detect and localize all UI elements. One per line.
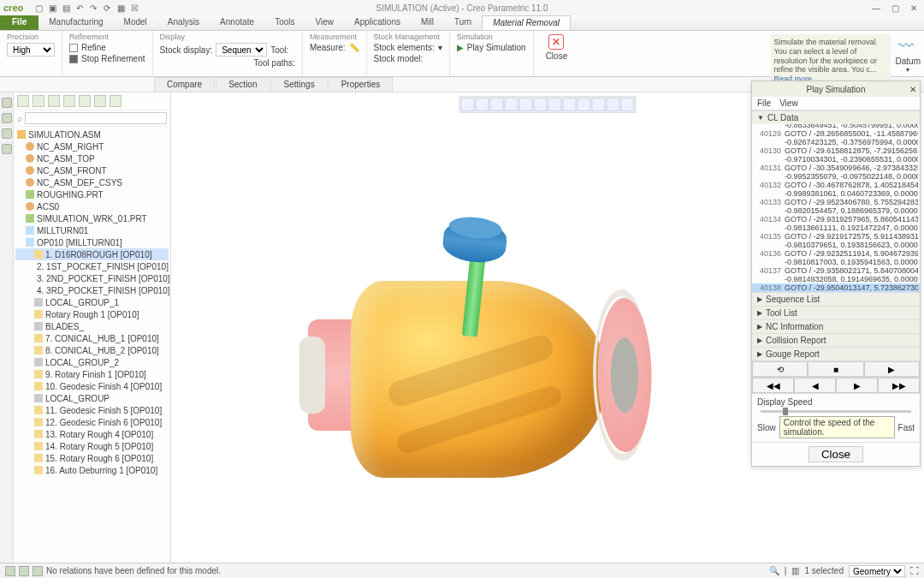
find-icon[interactable]: 🔍 xyxy=(769,566,779,575)
stock-elements-icon[interactable]: ▾ xyxy=(438,43,442,52)
tab-analysis[interactable]: Analysis xyxy=(157,15,210,30)
datum-display-icon[interactable] xyxy=(563,98,577,111)
cl-row[interactable]: -0.9810817003, 0.1935941563, 0.000000000… xyxy=(752,258,920,266)
rail-tree-icon[interactable] xyxy=(2,98,12,108)
play-icon[interactable]: ▶ xyxy=(457,43,464,52)
cl-row[interactable]: 40137GOTO / -29.9358022171, 5.8407080048… xyxy=(752,266,920,275)
tree-node[interactable]: NC_ASM_TOP xyxy=(15,152,169,164)
perspective-icon[interactable] xyxy=(607,98,620,111)
tree-node[interactable]: LOCAL_GROUP xyxy=(15,392,169,404)
tree-btn-4[interactable] xyxy=(63,95,75,107)
tree-btn-3[interactable] xyxy=(48,95,60,107)
slider-thumb[interactable] xyxy=(783,408,788,415)
refit-icon[interactable] xyxy=(519,98,533,111)
tab-turn[interactable]: Turn xyxy=(444,15,482,30)
close-button[interactable]: ✕Close xyxy=(541,33,573,63)
tab-applications[interactable]: Applications xyxy=(344,15,411,30)
zoom-selected-icon[interactable] xyxy=(505,98,518,111)
tree-btn-2[interactable] xyxy=(33,95,44,107)
refine-checkbox[interactable] xyxy=(69,44,78,52)
cl-row[interactable]: -0.9710034301, -0.2390655531, 0.00000000… xyxy=(752,155,920,164)
cl-row[interactable]: 40136GOTO / -29.9232511914, 5.9046729390… xyxy=(752,249,920,258)
tree-node[interactable]: NC_ASM_DEF_CSYS xyxy=(15,176,169,188)
spin-center-icon[interactable] xyxy=(592,98,606,111)
cl-row[interactable]: 40131GOTO / -30.3549099646, -2.973843325… xyxy=(752,164,920,172)
subtab-properties[interactable]: Properties xyxy=(329,77,394,92)
subtab-settings[interactable]: Settings xyxy=(271,77,328,92)
datum-button[interactable]: 〰Datum▾ xyxy=(896,34,921,74)
regen-icon[interactable]: ⟳ xyxy=(102,3,112,13)
tree-node[interactable]: 1. D16R08ROUGH [OP010] xyxy=(15,248,169,260)
new-icon[interactable]: ▢ xyxy=(33,3,44,13)
tree-node[interactable]: ACS0 xyxy=(15,200,169,212)
panel-file-menu[interactable]: File xyxy=(757,98,771,108)
tree-node[interactable]: MILLTURN01 xyxy=(15,224,169,236)
cl-row[interactable]: 40135GOTO / -29.9219172575, 5.9114389318… xyxy=(752,232,920,241)
tree-node[interactable]: 16. Auto Deburring 1 [OP010] xyxy=(15,464,169,476)
tree-node[interactable]: ROUGHING.PRT xyxy=(15,188,169,200)
tree-btn-6[interactable] xyxy=(94,95,106,107)
zoom-fit-icon[interactable] xyxy=(490,98,504,111)
layers-icon[interactable] xyxy=(621,98,635,111)
rail-filter-icon[interactable] xyxy=(2,144,12,154)
status-icon-3[interactable] xyxy=(33,566,43,576)
panel-view-menu[interactable]: View xyxy=(779,98,798,108)
tab-tools[interactable]: Tools xyxy=(264,15,305,30)
status-icon-2[interactable] xyxy=(19,566,29,576)
tree-node[interactable]: 14. Rotary Rough 5 [OP010] xyxy=(15,440,169,452)
full-screen-icon[interactable]: ⛶ xyxy=(910,566,919,575)
tree-node[interactable]: NC_ASM_RIGHT xyxy=(15,140,169,152)
close-window-icon[interactable]: ☒ xyxy=(129,3,139,13)
next-button[interactable]: ▶ xyxy=(836,378,878,393)
file-tab[interactable]: File xyxy=(0,15,38,30)
status-icon-1[interactable] xyxy=(5,566,15,576)
tree-search-input[interactable] xyxy=(25,112,167,124)
tree-node[interactable]: 12. Geodesic Finish 6 [OP010] xyxy=(15,416,169,428)
tree-node[interactable]: SIMULATION.ASM xyxy=(15,128,169,140)
tab-material-removal[interactable]: Material Removal xyxy=(482,15,571,30)
tree-node[interactable]: 7. CONICAL_HUB_1 [OP010] xyxy=(15,332,169,344)
cl-row[interactable]: -0.9267423125, -0.3756975994, 0.00000000… xyxy=(752,138,920,146)
save-icon[interactable]: ▤ xyxy=(61,3,71,13)
tree-node[interactable]: 15. Rotary Rough 6 [OP010] xyxy=(15,452,169,464)
tree-node[interactable]: LOCAL_GROUP_2 xyxy=(15,356,169,368)
saved-views-icon[interactable] xyxy=(534,98,548,111)
subtab-section[interactable]: Section xyxy=(216,77,270,92)
redo-icon[interactable]: ↷ xyxy=(88,3,98,13)
tree-node[interactable]: 9. Rotary Finish 1 [OP010] xyxy=(15,368,169,380)
tree-node[interactable]: Rotary Rough 1 [OP010] xyxy=(15,308,169,320)
step-back-button[interactable]: ◀◀ xyxy=(752,378,794,393)
tree-node[interactable]: SIMULATION_WRK_01.PRT xyxy=(15,212,169,224)
tree-node[interactable]: LOCAL_GROUP_1 xyxy=(15,296,169,308)
stop-refine-checkbox[interactable] xyxy=(69,55,78,63)
section-collision-report[interactable]: Collision Report xyxy=(752,334,920,347)
rail-folder-icon[interactable] xyxy=(2,113,12,123)
play-button[interactable]: ▶ xyxy=(864,361,920,377)
cl-row[interactable]: 40134GOTO / -29.9319257965, 5.8605411431… xyxy=(752,215,920,223)
panel-close-icon[interactable]: ✕ xyxy=(909,85,916,94)
cl-row[interactable]: 40129GOTO / -28.2656855001, -11.45887969… xyxy=(752,129,920,138)
tab-mill[interactable]: Mill xyxy=(411,15,444,30)
sel-filter-icon[interactable]: ▥ xyxy=(791,566,799,575)
section-tool-list[interactable]: Tool List xyxy=(752,307,920,319)
precision-select[interactable]: High xyxy=(7,43,55,57)
prev-button[interactable]: ◀ xyxy=(794,378,836,393)
windows-icon[interactable]: ▦ xyxy=(116,3,126,13)
cl-row[interactable]: 40133GOTO / -29.9523406780, 5.7552942833… xyxy=(752,198,920,206)
tree-node[interactable]: OP010 [MILLTURN01] xyxy=(15,236,169,248)
maximize-icon[interactable]: ▢ xyxy=(886,2,903,14)
tree-node[interactable]: NC_ASM_FRONT xyxy=(15,164,169,176)
tab-manufacturing[interactable]: Manufacturing xyxy=(38,15,113,30)
tab-annotate[interactable]: Annotate xyxy=(210,15,264,30)
tree-node[interactable]: 8. CONICAL_HUB_2 [OP010] xyxy=(15,344,169,356)
cl-row[interactable]: -0.9989381061, 0.0460723369, 0.000000000… xyxy=(752,189,920,198)
tree-node[interactable]: 10. Geodesic Finish 4 [OP010] xyxy=(15,380,169,392)
tree-btn-7[interactable] xyxy=(110,95,121,107)
rail-star-icon[interactable] xyxy=(2,128,12,139)
tree-btn-5[interactable] xyxy=(79,95,91,107)
play-sim-label[interactable]: Play Simulation xyxy=(467,43,526,52)
cl-row[interactable]: 40130GOTO / -29.6158812875, -7.291562581… xyxy=(752,146,920,155)
section-sequence-list[interactable]: Sequence List xyxy=(752,293,920,306)
cl-row[interactable]: -0.9820154457, 0.1886965379, 0.000000000… xyxy=(752,206,920,215)
panel-titlebar[interactable]: Play Simulation✕ xyxy=(752,81,920,97)
